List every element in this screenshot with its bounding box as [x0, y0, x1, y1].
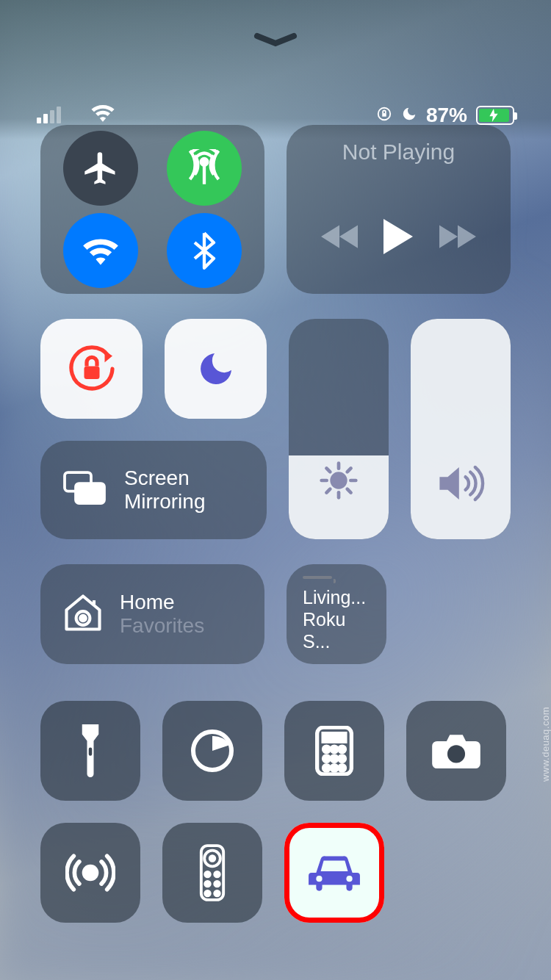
screen-mirroring-label2: Mirroring [124, 490, 205, 514]
svg-rect-19 [89, 748, 93, 756]
svg-point-7 [332, 474, 346, 488]
wifi-toggle[interactable] [63, 213, 138, 288]
volume-icon [436, 463, 485, 507]
connectivity-panel[interactable] [40, 125, 264, 294]
next-track-button[interactable] [439, 223, 476, 253]
home-sublabel: Favorites [120, 614, 204, 638]
svg-point-43 [316, 876, 322, 882]
airplane-mode-toggle[interactable] [63, 131, 138, 206]
svg-point-29 [324, 765, 330, 771]
camera-button[interactable] [406, 701, 506, 801]
orientation-lock-toggle[interactable] [40, 319, 143, 419]
device-line1: Living... [303, 586, 370, 608]
svg-line-15 [347, 468, 351, 472]
svg-point-23 [324, 746, 330, 752]
svg-rect-22 [323, 734, 345, 742]
home-button[interactable]: Home Favorites [40, 564, 264, 664]
apple-tv-remote-button[interactable] [162, 823, 262, 923]
media-panel[interactable]: Not Playing [287, 125, 511, 294]
device-line2: Roku S... [303, 608, 370, 652]
moon-status-icon [401, 104, 417, 127]
brightness-icon [318, 460, 359, 504]
flashlight-button[interactable] [40, 701, 140, 801]
svg-rect-6 [76, 483, 104, 503]
driving-mode-button[interactable] [284, 823, 384, 923]
timer-button[interactable] [162, 701, 262, 801]
bluetooth-toggle[interactable] [167, 213, 242, 288]
svg-rect-4 [84, 367, 99, 380]
watermark: www.deuaq.com [540, 707, 551, 782]
svg-point-41 [205, 891, 210, 896]
home-label: Home [120, 591, 204, 614]
svg-point-39 [205, 882, 210, 887]
screen-mirroring-icon [62, 469, 107, 511]
svg-line-12 [326, 468, 330, 472]
svg-point-25 [339, 746, 345, 752]
battery-icon [476, 106, 514, 125]
svg-line-13 [347, 489, 351, 493]
screen-mirroring-label1: Screen [124, 466, 205, 490]
svg-point-30 [331, 765, 337, 771]
play-button[interactable] [382, 219, 414, 257]
svg-point-36 [210, 856, 215, 861]
svg-line-14 [326, 489, 330, 493]
svg-point-26 [324, 756, 330, 762]
grabber-icon[interactable] [253, 32, 298, 50]
svg-point-33 [82, 865, 99, 882]
svg-point-32 [447, 745, 465, 763]
svg-rect-1 [382, 113, 386, 117]
svg-point-40 [215, 882, 220, 887]
screen-mirroring-button[interactable]: Screen Mirroring [40, 441, 267, 539]
media-title: Not Playing [300, 138, 497, 165]
svg-point-42 [215, 891, 220, 896]
cellular-data-toggle[interactable] [167, 131, 242, 206]
volume-slider[interactable] [411, 319, 511, 539]
wifi-status-icon [90, 103, 115, 127]
status-bar: 87% [0, 103, 551, 127]
orientation-lock-status-icon [376, 104, 392, 127]
battery-percent: 87% [426, 104, 467, 127]
svg-point-38 [215, 872, 220, 877]
nfc-reader-button[interactable] [40, 823, 140, 923]
svg-point-24 [331, 746, 337, 752]
soundbar-icon [303, 576, 332, 579]
calculator-button[interactable] [284, 701, 384, 801]
home-device-button[interactable]: Living... Roku S... [287, 564, 386, 664]
home-icon [61, 591, 105, 638]
brightness-slider[interactable] [289, 319, 389, 539]
cellular-signal-icon [37, 107, 61, 123]
svg-point-44 [346, 876, 352, 882]
svg-point-3 [201, 159, 207, 165]
do-not-disturb-toggle[interactable] [165, 319, 267, 419]
svg-point-17 [80, 616, 86, 621]
svg-point-28 [339, 756, 345, 762]
prev-track-button[interactable] [321, 223, 358, 253]
svg-point-31 [339, 765, 345, 771]
svg-point-27 [331, 756, 337, 762]
svg-point-37 [205, 872, 210, 877]
